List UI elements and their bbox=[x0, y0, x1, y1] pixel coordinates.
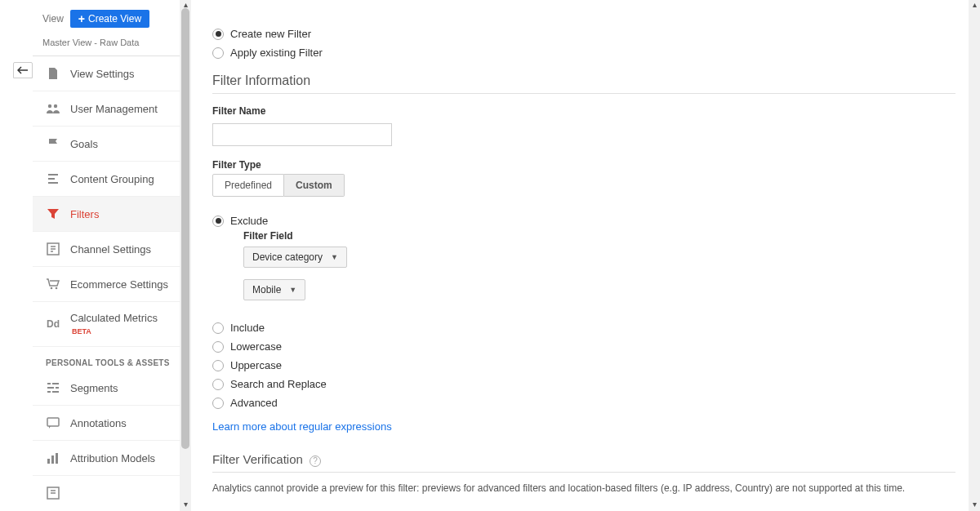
scroll-down-icon[interactable]: ▾ bbox=[969, 500, 980, 511]
chevron-down-icon: ▼ bbox=[331, 253, 338, 261]
main-content: Create new Filter Apply existing Filter … bbox=[204, 0, 964, 511]
sidebar-item-ecommerce-settings[interactable]: Ecommerce Settings bbox=[33, 267, 187, 302]
sidebar-item-calculated-metrics[interactable]: Dd Calculated Metrics BETA bbox=[33, 302, 187, 347]
funnel-icon bbox=[46, 207, 60, 221]
dd-icon: Dd bbox=[46, 317, 60, 331]
sidebar-scrollbar[interactable]: ▴ ▾ bbox=[180, 0, 191, 511]
help-icon[interactable]: ? bbox=[310, 455, 321, 467]
filter-type-tabs: Predefined Custom bbox=[212, 174, 956, 197]
back-button[interactable] bbox=[13, 62, 33, 78]
sidebar-item-segments[interactable]: Segments bbox=[33, 371, 187, 406]
users-icon bbox=[46, 101, 60, 116]
filter-field-dropdown[interactable]: Device category ▼ bbox=[243, 247, 347, 268]
svg-point-1 bbox=[54, 104, 57, 108]
radio-apply-existing-filter[interactable]: Apply existing Filter bbox=[212, 43, 956, 62]
radio-exclude[interactable]: Exclude bbox=[212, 211, 956, 230]
chevron-down-icon: ▼ bbox=[289, 286, 296, 294]
sidebar-item-user-management[interactable]: User Management bbox=[33, 91, 187, 127]
flag-icon bbox=[46, 136, 60, 151]
section-filter-verification: Filter Verification ? bbox=[212, 441, 956, 473]
radio-include[interactable]: Include bbox=[212, 318, 956, 337]
svg-point-0 bbox=[48, 104, 51, 108]
sidebar: View + Create View Master View - Raw Dat… bbox=[33, 0, 188, 511]
content-icon bbox=[46, 171, 60, 186]
filter-name-label: Filter Name bbox=[212, 102, 956, 120]
channel-icon bbox=[46, 242, 60, 256]
plus-icon: + bbox=[78, 13, 85, 24]
svg-rect-5 bbox=[47, 418, 59, 426]
segments-icon bbox=[46, 380, 60, 395]
sidebar-item-view-settings[interactable]: View Settings bbox=[33, 56, 187, 91]
breadcrumb: Master View - Raw Data bbox=[33, 34, 187, 56]
channel-icon bbox=[46, 486, 60, 500]
svg-point-4 bbox=[56, 287, 58, 290]
bars-icon bbox=[46, 451, 60, 465]
scrollbar-thumb[interactable] bbox=[181, 8, 189, 449]
svg-rect-8 bbox=[56, 453, 58, 464]
annotations-icon bbox=[46, 415, 60, 430]
regex-link[interactable]: Learn more about regular expressions bbox=[212, 420, 392, 433]
sidebar-item-attribution-models[interactable]: Attribution Models bbox=[33, 441, 187, 476]
sidebar-item-filters[interactable]: Filters bbox=[33, 197, 187, 232]
radio-create-new-filter[interactable]: Create new Filter bbox=[212, 24, 956, 43]
radio-icon[interactable] bbox=[212, 47, 224, 59]
sidebar-item-custom-channel-grouping[interactable]: Custom Channel Grouping BETA bbox=[33, 476, 187, 511]
radio-uppercase[interactable]: Uppercase bbox=[212, 356, 956, 375]
create-view-button[interactable]: + Create View bbox=[70, 10, 149, 28]
scroll-up-icon[interactable]: ▴ bbox=[969, 0, 980, 11]
radio-icon[interactable] bbox=[212, 379, 224, 390]
scroll-down-icon[interactable]: ▾ bbox=[180, 500, 191, 511]
verification-text: Analytics cannot provide a preview for t… bbox=[212, 481, 956, 496]
radio-icon[interactable] bbox=[212, 322, 224, 334]
sidebar-item-channel-settings[interactable]: Channel Settings bbox=[33, 232, 187, 267]
svg-point-3 bbox=[51, 287, 53, 290]
radio-lowercase[interactable]: Lowercase bbox=[212, 337, 956, 356]
radio-search-replace[interactable]: Search and Replace bbox=[212, 375, 956, 393]
radio-icon[interactable] bbox=[212, 360, 224, 371]
filter-field-label: Filter Field bbox=[243, 230, 956, 242]
filter-type-label: Filter Type bbox=[212, 156, 956, 174]
sidebar-item-goals[interactable]: Goals bbox=[33, 127, 187, 162]
radio-icon[interactable] bbox=[212, 29, 224, 40]
filter-field-value-dropdown[interactable]: Mobile ▼ bbox=[243, 279, 305, 300]
page-icon bbox=[46, 66, 60, 81]
sidebar-section-title: PERSONAL TOOLS & ASSETS bbox=[33, 347, 187, 371]
main-scrollbar[interactable]: ▴ ▾ bbox=[969, 0, 980, 511]
sidebar-item-content-grouping[interactable]: Content Grouping bbox=[33, 162, 187, 197]
radio-advanced[interactable]: Advanced bbox=[212, 393, 956, 412]
svg-rect-7 bbox=[51, 455, 54, 464]
beta-badge: BETA bbox=[72, 327, 91, 335]
view-label: View bbox=[42, 13, 64, 24]
sidebar-item-annotations[interactable]: Annotations bbox=[33, 406, 187, 441]
section-filter-information: Filter Information bbox=[212, 62, 956, 94]
cart-icon bbox=[46, 277, 60, 291]
svg-rect-6 bbox=[47, 459, 50, 464]
radio-icon[interactable] bbox=[212, 398, 224, 409]
filter-name-input[interactable] bbox=[212, 123, 392, 146]
radio-icon[interactable] bbox=[212, 341, 224, 353]
radio-icon[interactable] bbox=[212, 216, 224, 227]
tab-custom[interactable]: Custom bbox=[284, 174, 345, 197]
tab-predefined[interactable]: Predefined bbox=[212, 174, 284, 197]
